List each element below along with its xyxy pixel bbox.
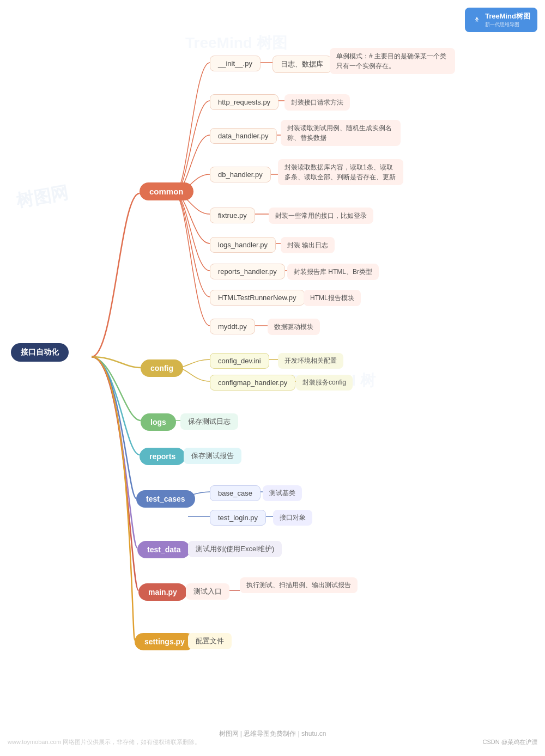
desc-test-data: 测试用例(使用Excel维护): [188, 541, 282, 557]
node-test-data: test_data: [137, 541, 190, 558]
file-configmap: configmap_handler.py: [210, 375, 295, 391]
file-reports-handler: reports_handler.py: [210, 264, 285, 279]
desc-http: 封装接口请求方法: [284, 94, 350, 111]
desc-config-dev: 开发环境相关配置: [278, 353, 343, 369]
file-init: __init__.py: [210, 56, 261, 71]
file-init-desc1: 日志、数据库: [272, 56, 331, 73]
footer-left: www.toymoban.com 网络图片仅供展示，非存储，如有侵权请联系删除。: [8, 738, 201, 746]
node-settings: settings.py: [135, 633, 195, 650]
footer-center: 树图网 | 思维导图免费制作 | shutu.cn: [219, 729, 326, 739]
logo-name: TreeMind树图: [485, 11, 530, 21]
node-test-cases: test_cases: [136, 490, 195, 508]
node-main: main.py: [138, 583, 187, 601]
desc-configmap: 封装服务config: [296, 375, 353, 391]
treemind-logo-icon: [472, 15, 482, 25]
file-html: HTMLTestRunnerNew.py: [210, 290, 305, 306]
desc-base-case: 测试基类: [263, 485, 302, 501]
desc-settings: 配置文件: [188, 633, 232, 649]
file-base-case: base_case: [210, 485, 261, 501]
desc-logs-main: 保存测试日志: [180, 413, 238, 430]
node-logs: logs: [141, 413, 176, 431]
file-http: http_requests.py: [210, 94, 278, 110]
file-test-login: test_login.py: [210, 510, 266, 526]
desc-db: 封装读取数据库内容，读取1条、读取多条、读取全部、判断是否存在、更新: [278, 159, 403, 185]
node-reports: reports: [140, 448, 185, 465]
file-db: db_handler.py: [210, 167, 271, 182]
treemind-logo: TreeMind树图 新一代思维导图: [465, 8, 537, 32]
desc-myddt: 数据驱动模块: [268, 319, 320, 335]
desc-data: 封装读取测试用例、随机生成实例名称、替换数据: [281, 120, 401, 146]
file-config-dev: config_dev.ini: [210, 353, 269, 369]
desc-reports-main: 保存测试报告: [184, 448, 241, 464]
desc-init: 单例模式：# 主要目的是确保某一个类只有一个实例存在。: [330, 48, 455, 74]
root-node: 接口自动化: [11, 343, 69, 362]
watermark-1: 树图网: [15, 181, 70, 214]
desc-main-1: 测试入口: [186, 583, 229, 600]
desc-reports-handler: 封装报告库 HTML、Br类型: [287, 264, 379, 280]
file-myddt: myddt.py: [210, 319, 255, 334]
file-data: data_handler.py: [210, 128, 277, 144]
node-config: config: [141, 359, 183, 377]
file-logs: logs_handler.py: [210, 237, 276, 253]
desc-html: HTML报告模块: [304, 290, 361, 306]
footer-right: CSDN @菜鸡在沪漂: [483, 738, 537, 746]
node-common: common: [140, 182, 193, 200]
file-fixtrue: fixtrue.py: [210, 208, 255, 223]
desc-test-login: 接口对象: [273, 510, 312, 526]
desc-main-2: 执行测试、扫描用例、输出测试报告: [240, 577, 358, 593]
logo-sub: 新一代思维导图: [485, 21, 530, 28]
desc-fixtrue: 封装一些常用的接口，比如登录: [269, 208, 373, 224]
desc-logs: 封装 输出日志: [281, 237, 335, 253]
watermark-2: TreeMind 树图: [185, 33, 287, 53]
